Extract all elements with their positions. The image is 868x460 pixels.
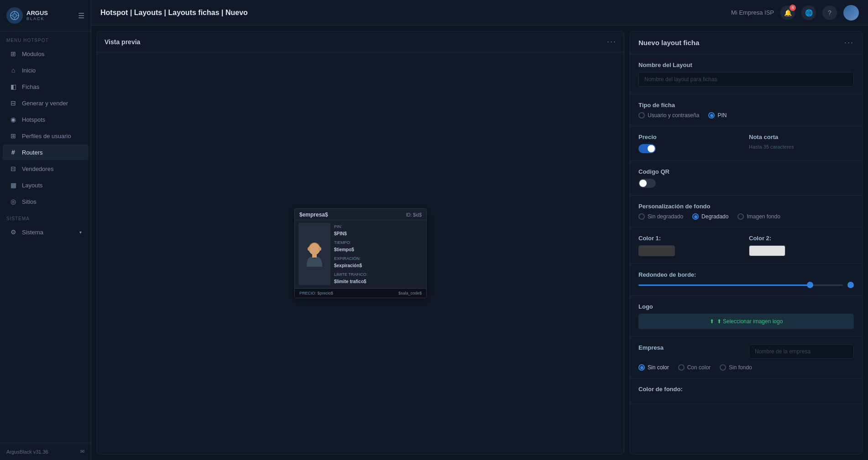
tipo-usuario-option[interactable]: Usuario y contraseña	[638, 112, 699, 119]
color1-col: Color 1:	[638, 235, 743, 256]
precio-col: Precio	[638, 134, 743, 153]
sidebar-item-perfiles[interactable]: ⊞ Perfiles de usuario	[3, 128, 88, 144]
color1-swatch[interactable]	[638, 245, 675, 256]
color-fondo-label: Color de fondo:	[638, 386, 854, 393]
hamburger-button[interactable]: ☰	[78, 11, 84, 20]
sin-fondo-radio[interactable]	[720, 364, 726, 371]
degradado-label: Degradado	[701, 213, 728, 220]
color2-swatch[interactable]	[749, 245, 785, 256]
redondeo-section: Redondeo de borde:	[630, 264, 862, 296]
con-color-label: Con color	[687, 364, 711, 371]
ticket-body: PIN: $PIN$ TIEMPO: $tiempo$ EXPIRACIÓN: …	[295, 220, 426, 288]
sidebar-item-label: Sitios	[22, 198, 37, 205]
form-options-button[interactable]: ···	[844, 38, 854, 47]
color1-label: Color 1:	[638, 235, 743, 242]
sin-color-radio[interactable]	[638, 364, 645, 371]
redondeo-range-wrap	[638, 282, 854, 288]
sidebar-item-modulos[interactable]: ⊞ Modulos	[3, 46, 88, 62]
sidebar-item-inicio[interactable]: ⌂ Inicio	[3, 62, 88, 78]
form-panel-title: Nuevo layout ficha	[638, 39, 699, 47]
usuario-radio[interactable]	[638, 112, 645, 119]
preview-title: Vista previa	[105, 38, 140, 46]
pin-label: PIN	[717, 112, 727, 119]
ticket-empresa: $empresa$	[299, 212, 328, 218]
sidebar-item-label: Fichas	[22, 83, 39, 90]
color-fondo-section: Color de fondo:	[630, 378, 862, 404]
colors-grid: Color 1: Color 2:	[638, 235, 854, 256]
nota-label: Nota corta	[749, 134, 854, 140]
sidebar-item-generar[interactable]: ⊟ Generar y vender	[3, 95, 88, 111]
personalizacion-section: Personalización de fondo Sin degradado D…	[630, 196, 862, 227]
empresa-section: Empresa Sin color Con color	[630, 337, 862, 378]
preview-panel: Vista previa ··· $empresa$ ID: $id$	[97, 31, 624, 455]
empresa-input[interactable]	[749, 344, 854, 359]
notification-badge: 8	[790, 5, 796, 11]
sin-degradado-radio[interactable]	[638, 213, 645, 220]
person-icon	[302, 240, 327, 269]
tipo-pin-option[interactable]: PIN	[708, 112, 727, 119]
empresa-color-group: Sin color Con color Sin fondo	[638, 364, 854, 371]
upload-logo-button[interactable]: ⬆ ⬆ Seleccionar imagen logo	[638, 314, 854, 329]
topbar: Hotspot | Layouts | Layouts fichas | Nue…	[91, 0, 868, 26]
fondo-radio-group: Sin degradado Degradado Imagen fondo	[638, 213, 854, 220]
con-color-radio[interactable]	[678, 364, 685, 371]
language-button[interactable]: 🌐	[801, 5, 816, 20]
sidebar-item-routers[interactable]: # Routers	[3, 145, 88, 160]
expiracion-val: $expiración$	[334, 263, 362, 268]
layout-icon: ▦	[9, 181, 17, 189]
empresa-input-col	[749, 344, 854, 359]
degradado-radio[interactable]	[692, 213, 699, 220]
notifications-button[interactable]: 🔔 8	[780, 5, 795, 20]
sin-color-option[interactable]: Sin color	[638, 364, 669, 371]
redondeo-slider[interactable]	[638, 284, 843, 286]
sidebar-item-vendedores[interactable]: ⊟ Vendedores	[3, 161, 88, 176]
preview-options-button[interactable]: ···	[607, 37, 617, 47]
precio-nota-grid: Precio Nota corta Hasta 35 caracteres	[638, 134, 854, 153]
sidebar-item-fichas[interactable]: ◧ Fichas	[3, 79, 88, 94]
sin-fondo-option[interactable]: Sin fondo	[720, 364, 752, 371]
user-avatar[interactable]	[843, 5, 859, 21]
imagen-option[interactable]: Imagen fondo	[737, 213, 780, 220]
sidebar-item-sistema[interactable]: ⚙ Sistema ▾	[3, 224, 88, 240]
card-icon: ◧	[9, 83, 17, 90]
degradado-option[interactable]: Degradado	[692, 213, 728, 220]
sidebar-item-label: Routers	[22, 149, 43, 156]
sidebar-item-label: Sistema	[22, 229, 43, 236]
sidebar-logo: ARGUS BLACK ☰	[0, 0, 91, 31]
imagen-label: Imagen fondo	[747, 213, 780, 220]
color2-col: Color 2:	[749, 235, 854, 256]
sidebar-item-layouts[interactable]: ▦ Layouts	[3, 177, 88, 193]
help-button[interactable]: ?	[822, 5, 837, 20]
nombre-input[interactable]	[638, 72, 854, 87]
nota-col: Nota corta Hasta 35 caracteres	[749, 134, 854, 150]
tipo-label: Tipo de ficha	[638, 102, 854, 109]
message-icon[interactable]: ✉	[80, 449, 84, 455]
con-color-option[interactable]: Con color	[678, 364, 711, 371]
color2-label: Color 2:	[749, 235, 854, 242]
sidebar-item-sitios[interactable]: ◎ Sitios	[3, 194, 88, 209]
logo-sub: BLACK	[26, 16, 48, 21]
usuario-label: Usuario y contraseña	[648, 112, 699, 119]
sin-degradado-option[interactable]: Sin degradado	[638, 213, 683, 220]
pin-radio[interactable]	[708, 112, 715, 119]
qr-toggle[interactable]	[638, 179, 656, 188]
nombre-label: Nombre del Layout	[638, 62, 854, 68]
personalizacion-label: Personalización de fondo	[638, 203, 854, 210]
tiempo-val: $tiempo$	[334, 247, 354, 252]
gear-icon: ⚙	[9, 228, 17, 236]
preview-panel-header: Vista previa ···	[97, 31, 624, 52]
sidebar-item-label: Modulos	[22, 51, 44, 57]
svg-point-8	[308, 247, 310, 251]
sistema-section-label: SISTEMA	[0, 210, 91, 224]
sidebar-item-hotspots[interactable]: ◉ Hotspots	[3, 112, 88, 127]
qr-section: Codigo QR	[630, 161, 862, 196]
ticket-sala: $sala_code$	[398, 291, 422, 295]
imagen-radio[interactable]	[737, 213, 744, 220]
ticket-header: $empresa$ ID: $id$	[295, 209, 426, 220]
logo-section: Logo ⬆ ⬆ Seleccionar imagen logo	[630, 296, 862, 337]
expiracion-label: EXPIRACIÓN:	[334, 256, 361, 261]
precio-toggle[interactable]	[638, 144, 656, 153]
sin-fondo-label: Sin fondo	[729, 364, 752, 371]
content-area: Vista previa ··· $empresa$ ID: $id$	[91, 26, 868, 460]
ticket-avatar-area	[298, 223, 330, 285]
